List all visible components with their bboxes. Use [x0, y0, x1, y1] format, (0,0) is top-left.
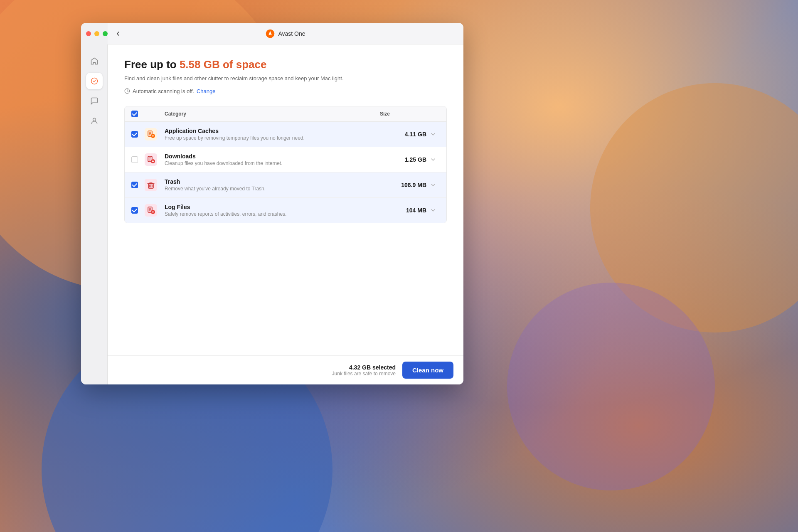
main-content: Free up to 5.58 GB of space Find and cle… [108, 44, 463, 384]
chevron-down-icon [430, 182, 436, 188]
bg-shape4 [507, 283, 715, 490]
table-row[interactable]: Application Caches Free up space by remo… [125, 122, 446, 147]
app-window: Avast One Free up to 5.58 GB of space Fi… [81, 23, 463, 384]
table-row[interactable]: Downloads Cleanup files you have downloa… [125, 147, 446, 172]
svg-point-1 [93, 118, 96, 121]
row-info-col: Trash Remove what you've already moved t… [165, 178, 393, 192]
clock-icon [124, 88, 130, 94]
category-name: Log Files [165, 204, 393, 210]
page-title-highlight: 5.58 GB of space [180, 58, 267, 71]
close-button[interactable] [86, 31, 91, 36]
sidebar-item-account[interactable] [86, 113, 103, 129]
row-info-col: Log Files Safely remove reports of activ… [165, 204, 393, 217]
trash-icon [145, 179, 157, 191]
chevron-down-icon [430, 156, 436, 163]
header-check-col [131, 111, 145, 117]
sidebar-item-clean[interactable] [86, 73, 103, 89]
row-expand-col[interactable] [426, 207, 440, 214]
row-info-col: Application Caches Free up space by remo… [165, 128, 393, 141]
row-icon-col [145, 153, 160, 166]
header-category-col: Category [165, 111, 380, 117]
app-caches-icon [145, 128, 157, 140]
page-title-prefix: Free up to [124, 58, 180, 71]
home-icon [90, 57, 99, 65]
window-header [81, 23, 108, 44]
row-info-col: Downloads Cleanup files you have downloa… [165, 153, 393, 166]
category-name: Application Caches [165, 128, 393, 134]
trash-checkbox[interactable] [131, 182, 138, 188]
clean-now-button[interactable]: Clean now [402, 362, 453, 379]
titlebar: Avast One [108, 23, 463, 44]
app-title-bar: Avast One [266, 29, 305, 38]
table-row[interactable]: Log Files Safely remove reports of activ… [125, 198, 446, 223]
chevron-down-icon [430, 131, 436, 138]
category-desc: Cleanup files you have downloaded from t… [165, 160, 393, 166]
category-desc: Free up space by removing temporary file… [165, 135, 393, 141]
sidebar [81, 23, 108, 384]
select-all-checkbox[interactable] [131, 111, 138, 117]
selected-info: 4.32 GB selected Junk files are safe to … [332, 364, 396, 377]
auto-scan-notice: Automatic scanning is off. Change [124, 88, 447, 94]
downloads-checkbox[interactable] [131, 156, 138, 163]
downloads-icon [145, 153, 157, 166]
avast-logo-icon [266, 29, 275, 38]
account-icon [90, 117, 99, 125]
row-check-col [131, 182, 145, 188]
category-name: Trash [165, 178, 393, 185]
row-size-col: 106.9 MB [393, 182, 426, 188]
row-size-col: 1.25 GB [393, 156, 426, 163]
page-title: Free up to 5.58 GB of space [124, 58, 447, 72]
app-caches-checkbox[interactable] [131, 131, 138, 138]
row-icon-col [145, 179, 160, 191]
clean-icon [90, 77, 99, 85]
row-check-col [131, 131, 145, 138]
log-files-checkbox[interactable] [131, 207, 138, 214]
minimize-button[interactable] [94, 31, 99, 36]
header-size-col: Size [380, 111, 413, 117]
category-desc: Safely remove reports of activities, err… [165, 211, 393, 217]
auto-scan-text: Automatic scanning is off. [133, 88, 194, 94]
row-expand-col[interactable] [426, 156, 440, 163]
row-size-col: 104 MB [393, 207, 426, 214]
page-subtitle: Find and clean junk files and other clut… [124, 75, 447, 81]
log-files-icon [145, 204, 157, 217]
selected-size-label: 4.32 GB selected [332, 364, 396, 371]
back-arrow-icon [114, 30, 122, 37]
row-check-col [131, 156, 145, 163]
table-row[interactable]: Trash Remove what you've already moved t… [125, 172, 446, 198]
category-name: Downloads [165, 153, 393, 160]
chat-icon [90, 97, 99, 105]
sidebar-item-home[interactable] [86, 53, 103, 69]
back-button[interactable] [114, 30, 122, 37]
row-check-col [131, 207, 145, 214]
app-name-label: Avast One [278, 30, 305, 37]
change-link[interactable]: Change [197, 88, 216, 94]
table-header: Category Size [125, 106, 446, 122]
maximize-button[interactable] [103, 31, 108, 36]
category-desc: Remove what you've already moved to Tras… [165, 186, 393, 192]
selected-sub-label: Junk files are safe to remove [332, 371, 396, 377]
row-expand-col[interactable] [426, 131, 440, 138]
row-expand-col[interactable] [426, 182, 440, 188]
sidebar-item-chat[interactable] [86, 93, 103, 109]
category-table: Category Size [124, 106, 447, 223]
footer-bar: 4.32 GB selected Junk files are safe to … [108, 355, 463, 384]
row-icon-col [145, 128, 160, 140]
chevron-down-icon [430, 207, 436, 214]
row-size-col: 4.11 GB [393, 131, 426, 138]
row-icon-col [145, 204, 160, 217]
